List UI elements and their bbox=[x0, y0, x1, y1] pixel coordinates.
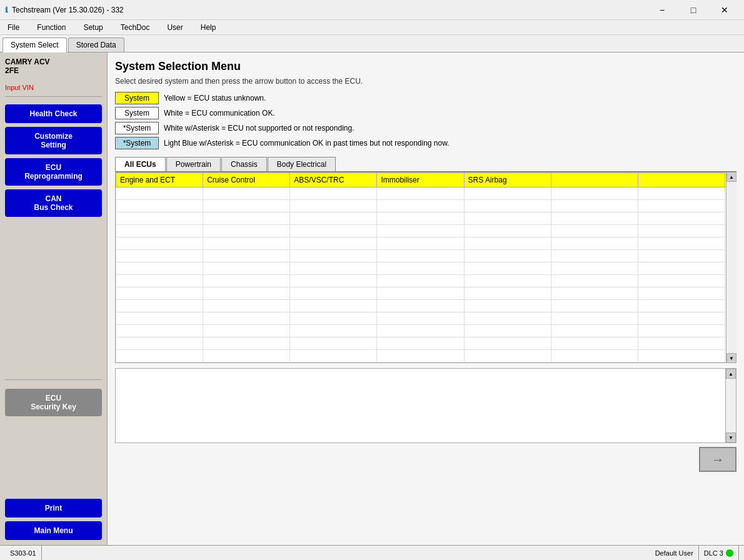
table-cell bbox=[377, 225, 464, 238]
table-cell bbox=[203, 325, 290, 338]
desc-scrollbar[interactable]: ▲ ▼ bbox=[725, 369, 736, 442]
title-controls: − □ ✕ bbox=[648, 2, 739, 18]
status-user: Default User bbox=[650, 546, 699, 560]
table-cell bbox=[638, 350, 725, 362]
table-row[interactable] bbox=[116, 275, 725, 288]
table-cell bbox=[203, 250, 290, 262]
ecu-tab-body-electrical[interactable]: Body Electrical bbox=[268, 157, 336, 171]
scroll-down-arrow[interactable]: ▼ bbox=[726, 353, 736, 363]
table-row[interactable] bbox=[116, 312, 725, 325]
dlc-indicator bbox=[726, 549, 733, 557]
menu-setup[interactable]: Setup bbox=[78, 22, 108, 33]
status-dlc: DLC 3 bbox=[699, 546, 739, 560]
table-cell bbox=[290, 312, 377, 325]
table-cell bbox=[638, 188, 725, 200]
table-cell bbox=[203, 275, 290, 288]
maximize-button[interactable]: □ bbox=[679, 2, 708, 18]
th-srs-airbag: SRS Airbag bbox=[464, 173, 551, 188]
menu-bar: File Function Setup TechDoc User Help bbox=[0, 20, 744, 35]
table-cell bbox=[638, 212, 725, 225]
menu-user[interactable]: User bbox=[162, 22, 188, 33]
legend-text-white: White = ECU communication OK. bbox=[164, 109, 275, 118]
table-row[interactable] bbox=[116, 338, 725, 350]
table-cell bbox=[638, 238, 725, 250]
table-cell bbox=[551, 188, 638, 200]
table-cell bbox=[203, 288, 290, 300]
table-cell bbox=[638, 300, 725, 312]
desc-scroll-up[interactable]: ▲ bbox=[726, 369, 736, 379]
table-cell bbox=[464, 275, 551, 288]
desc-scroll-down[interactable]: ▼ bbox=[726, 432, 736, 442]
table-cell bbox=[290, 338, 377, 350]
table-row[interactable] bbox=[116, 350, 725, 362]
ecu-reprogramming-button[interactable]: ECUReprogramming bbox=[5, 158, 102, 186]
menu-file[interactable]: File bbox=[3, 22, 24, 33]
health-check-button[interactable]: Health Check bbox=[5, 104, 102, 123]
table-cell bbox=[203, 238, 290, 250]
ecu-tab-powertrain[interactable]: Powertrain bbox=[166, 157, 221, 171]
table-row[interactable] bbox=[116, 200, 725, 212]
table-cell bbox=[116, 188, 203, 200]
ecu-tab-chassis[interactable]: Chassis bbox=[221, 157, 267, 171]
table-row[interactable] bbox=[116, 225, 725, 238]
table-scrollbar[interactable]: ▲ ▼ bbox=[726, 172, 736, 363]
table-cell bbox=[377, 312, 464, 325]
customize-setting-button[interactable]: CustomizeSetting bbox=[5, 127, 102, 154]
page-title: System Selection Menu bbox=[115, 60, 736, 73]
next-arrow-button[interactable]: → bbox=[699, 447, 736, 472]
table-row[interactable] bbox=[116, 300, 725, 312]
table-cell bbox=[116, 262, 203, 275]
table-cell bbox=[377, 338, 464, 350]
ecu-security-key-button[interactable]: ECUSecurity Key bbox=[5, 389, 102, 416]
minimize-button[interactable]: − bbox=[648, 2, 676, 18]
table-row[interactable] bbox=[116, 325, 725, 338]
table-cell bbox=[116, 288, 203, 300]
menu-techdoc[interactable]: TechDoc bbox=[116, 22, 155, 33]
table-cell bbox=[377, 212, 464, 225]
tab-system-select[interactable]: System Select bbox=[3, 38, 67, 52]
print-button[interactable]: Print bbox=[5, 499, 102, 518]
tab-stored-data[interactable]: Stored Data bbox=[68, 38, 124, 52]
menu-function[interactable]: Function bbox=[32, 22, 71, 33]
table-cell bbox=[290, 262, 377, 275]
table-cell bbox=[551, 312, 638, 325]
table-row[interactable] bbox=[116, 250, 725, 262]
table-cell bbox=[638, 325, 725, 338]
table-cell bbox=[551, 300, 638, 312]
vehicle-line1: CAMRY ACV bbox=[5, 58, 102, 66]
legend-row-lightblue: *System Light Blue w/Asterisk = ECU comm… bbox=[115, 137, 736, 149]
can-bus-check-button[interactable]: CANBus Check bbox=[5, 189, 102, 217]
table-cell bbox=[116, 275, 203, 288]
description-panel: ▲ ▼ bbox=[115, 368, 736, 443]
table-cell bbox=[377, 325, 464, 338]
table-cell bbox=[116, 225, 203, 238]
table-cell bbox=[116, 238, 203, 250]
table-cell bbox=[551, 275, 638, 288]
table-row[interactable] bbox=[116, 262, 725, 275]
legend-btn-white: System bbox=[115, 107, 159, 119]
table-row[interactable] bbox=[116, 238, 725, 250]
table-cell bbox=[638, 312, 725, 325]
table-row[interactable] bbox=[116, 188, 725, 200]
table-row[interactable] bbox=[116, 212, 725, 225]
ecu-tab-all-ecus[interactable]: All ECUs bbox=[115, 157, 166, 171]
table-cell bbox=[638, 338, 725, 350]
table-cell bbox=[464, 288, 551, 300]
table-cell bbox=[203, 262, 290, 275]
table-cell bbox=[377, 188, 464, 200]
table-row[interactable] bbox=[116, 288, 725, 300]
table-cell bbox=[203, 200, 290, 212]
legend-row-asterisk-white: *System White w/Asterisk = ECU not suppo… bbox=[115, 122, 736, 134]
scroll-up-arrow[interactable]: ▲ bbox=[726, 172, 736, 182]
close-button[interactable]: ✕ bbox=[710, 2, 739, 18]
th-engine-ect: Engine and ECT bbox=[116, 173, 203, 188]
table-cell bbox=[290, 350, 377, 362]
scroll-thumb bbox=[726, 182, 736, 353]
table-header-row: Engine and ECT Cruise Control ABS/VSC/TR… bbox=[116, 173, 725, 188]
table-cell bbox=[377, 262, 464, 275]
main-menu-button[interactable]: Main Menu bbox=[5, 521, 102, 540]
ecu-table-container[interactable]: Engine and ECT Cruise Control ABS/VSC/TR… bbox=[115, 172, 736, 363]
menu-help[interactable]: Help bbox=[196, 22, 221, 33]
table-cell bbox=[116, 250, 203, 262]
table-cell bbox=[290, 275, 377, 288]
